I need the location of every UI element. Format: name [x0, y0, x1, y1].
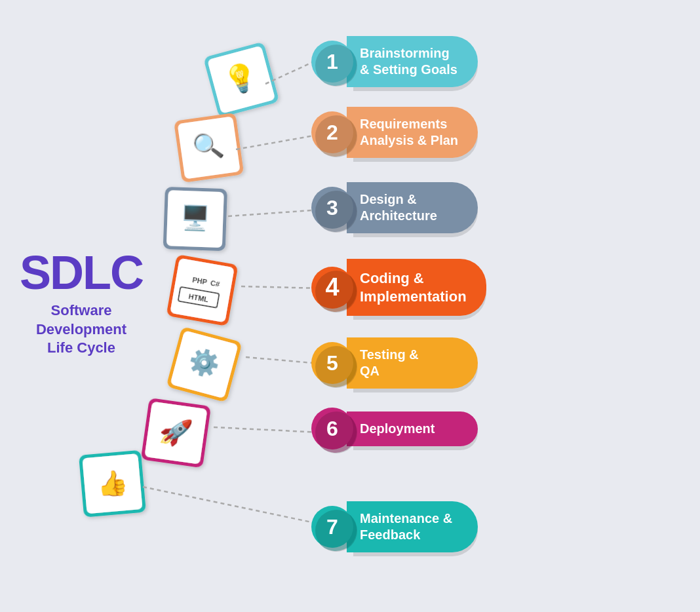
step-4-number: 4: [311, 267, 353, 309]
tile-4: PHP C# HTML: [166, 254, 239, 326]
svg-line-29: [246, 357, 321, 364]
svg-line-30: [214, 427, 321, 432]
step-3-text: Design &Architecture: [347, 182, 478, 233]
step-5-label: 5 Testing &QA: [311, 337, 478, 389]
step-5-text: Testing &QA: [347, 337, 478, 389]
step-1-number: 1: [311, 41, 353, 83]
step-7-number: 7: [311, 506, 353, 548]
step-4-text: Coding &Implementation: [347, 259, 486, 316]
step-6-number: 6: [311, 408, 353, 449]
svg-line-31: [143, 487, 321, 524]
step-6-text: Deployment: [347, 411, 478, 446]
step-1-text: Brainstorming& Setting Goals: [347, 36, 478, 87]
svg-text:C#: C#: [210, 279, 220, 288]
svg-line-27: [228, 210, 321, 216]
step-2-number: 2: [311, 111, 353, 153]
tile-3: 🖥️: [163, 187, 227, 251]
main-container: SDLC Software Development Life Cycle: [0, 0, 700, 612]
svg-rect-0: [0, 0, 59, 59]
tile-7: 👍: [79, 450, 146, 518]
svg-text:🖥️: 🖥️: [180, 203, 210, 233]
step-7-text: Maintenance &Feedback: [347, 501, 478, 552]
tile-5: ⚙️: [166, 326, 242, 402]
step-2-label: 2 RequirementsAnalysis & Plan: [311, 107, 478, 158]
svg-text:👍: 👍: [96, 467, 130, 500]
step-3-number: 3: [311, 187, 353, 229]
step-5-number: 5: [311, 342, 353, 384]
svg-text:🚀: 🚀: [157, 414, 194, 449]
step-7-label: 7 Maintenance &Feedback: [311, 501, 478, 552]
step-2-text: RequirementsAnalysis & Plan: [347, 107, 478, 158]
step-4-label: 4 Coding &Implementation: [311, 259, 486, 316]
tile-2: 🔍: [174, 113, 244, 183]
svg-text:🔍: 🔍: [191, 129, 226, 163]
step-1-label: 1 Brainstorming& Setting Goals: [311, 36, 478, 87]
tile-1: 💡: [203, 41, 279, 117]
svg-line-26: [236, 134, 321, 149]
svg-line-28: [241, 286, 321, 288]
step-3-label: 3 Design &Architecture: [311, 182, 478, 233]
step-6-label: 6 Deployment: [311, 408, 478, 449]
tile-6: 🚀: [141, 398, 211, 468]
